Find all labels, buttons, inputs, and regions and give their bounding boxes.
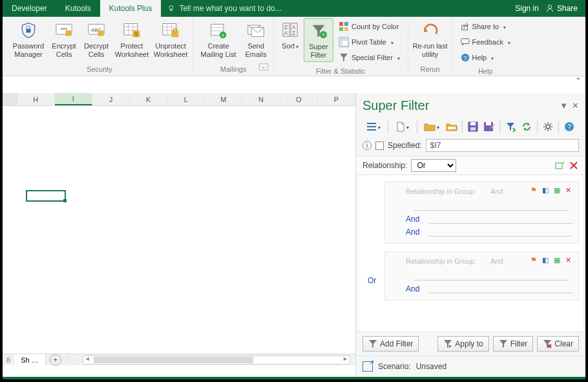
feedback-button[interactable]: Feedback — [458, 35, 513, 49]
relationship-select[interactable]: Or — [411, 159, 456, 172]
scenario-row: Scenario: Unsaved — [356, 355, 585, 377]
decrypt-cells-button[interactable]: ABC Decrypt Cells — [80, 18, 112, 61]
col-h-P[interactable]: P — [318, 93, 355, 105]
tab-developer[interactable]: Developer — [3, 0, 56, 17]
sort-button[interactable]: ZAAZ Sort▾ — [277, 18, 304, 53]
decrypt-icon: ABC — [86, 20, 107, 41]
tab-kutools-plus[interactable]: Kutools Plus — [100, 0, 162, 17]
svg-text:+: + — [221, 32, 224, 39]
send-emails-button[interactable]: Send Emails — [241, 18, 271, 61]
apply-filter-button[interactable] — [503, 120, 518, 134]
ribbon-group-mailings: + Create Mailing List Send Emails Mailin… — [193, 18, 274, 76]
tab-kutools[interactable]: Kutools — [56, 0, 100, 17]
super-filter-button[interactable]: + Super Filter — [304, 18, 333, 62]
help-button[interactable]: ?Help — [458, 50, 513, 65]
new-scenario-button[interactable] — [392, 120, 414, 134]
encrypt-icon: *** — [54, 20, 74, 41]
scenario-icon[interactable] — [362, 361, 373, 372]
pivot-table-button[interactable]: Pivot Table — [336, 35, 403, 49]
help-circle-icon: ? — [564, 122, 574, 132]
encrypt-cells-button[interactable]: *** Encrypt Cells — [48, 18, 80, 61]
horizontal-scrollbar[interactable] — [83, 355, 350, 365]
group-label-filter-statistic: Filter & Statistic — [277, 66, 405, 78]
svg-point-60 — [546, 125, 550, 129]
ribbon-group-help: Share to Feedback ?Help Help — [453, 18, 518, 76]
worksheet[interactable]: H I J K L M N O P 8 Sh … + ⋮ — [3, 93, 355, 365]
col-h-blank[interactable] — [3, 93, 17, 105]
add-sheet-button[interactable]: + — [50, 354, 61, 366]
svg-rect-54 — [448, 127, 456, 129]
folder-open-icon — [424, 122, 436, 131]
pane-dropdown-icon[interactable]: ▼ — [560, 101, 568, 111]
col-h-J[interactable]: J — [92, 93, 130, 105]
share-button[interactable]: Share — [545, 4, 578, 13]
special-filter-button[interactable]: Special Filter — [336, 50, 403, 65]
rerun-button[interactable]: Re-run last utility — [411, 18, 450, 61]
add-group-button[interactable]: + — [554, 160, 565, 171]
scenario-label: Scenario: — [378, 362, 411, 371]
specified-input[interactable] — [426, 139, 579, 152]
save-button[interactable] — [466, 120, 480, 134]
svg-rect-40 — [339, 27, 343, 31]
svg-point-2 — [548, 5, 551, 8]
count-by-color-button[interactable]: Count by Color — [336, 19, 403, 34]
ribbon-collapse-button[interactable]: ⌃ — [575, 76, 582, 85]
save-as-button[interactable] — [482, 120, 496, 134]
share-to-button[interactable]: Share to — [458, 19, 513, 34]
pane-close-button[interactable]: ✕ — [572, 101, 579, 111]
group-add-icon[interactable]: ▦ — [554, 186, 563, 195]
filter-button[interactable]: Filter — [493, 336, 534, 352]
col-h-H[interactable]: H — [17, 93, 55, 105]
col-h-I[interactable]: I — [55, 93, 92, 105]
col-h-L[interactable]: L — [167, 93, 205, 105]
sign-in-link[interactable]: Sign in — [515, 4, 539, 13]
sheet-tab[interactable]: Sh … — [14, 354, 46, 365]
svg-rect-9 — [98, 30, 104, 36]
help-pane-button[interactable]: ? — [562, 120, 576, 134]
group-flag-icon[interactable]: ⚑ — [530, 186, 540, 195]
menu-button[interactable] — [362, 120, 384, 134]
open-scenario-button[interactable] — [421, 120, 443, 134]
funnel-clear-icon — [543, 339, 552, 348]
protect-worksheet-button[interactable]: Protect Worksheet — [112, 18, 151, 61]
funnel-icon — [499, 339, 508, 348]
grid-body[interactable] — [3, 106, 355, 351]
pane-title: Super Filter — [362, 98, 556, 113]
group-copy-icon[interactable]: ◧ — [542, 186, 551, 195]
info-icon[interactable]: i — [362, 141, 372, 150]
group-add-icon[interactable]: ▦ — [554, 256, 563, 265]
group-copy-icon[interactable]: ◧ — [542, 256, 551, 265]
unprotect-worksheet-button[interactable]: Unprotect Worksheet — [151, 18, 190, 61]
apply-to-button[interactable]: Apply to — [437, 336, 488, 352]
svg-text:?: ? — [567, 123, 571, 131]
tell-me-search[interactable]: Tell me what you want to do... — [161, 0, 515, 17]
settings-button[interactable] — [541, 120, 555, 134]
refresh-icon — [521, 122, 532, 132]
svg-rect-57 — [470, 127, 476, 131]
add-filter-button[interactable]: +Add Filter — [362, 336, 419, 352]
group-label-help: Help — [456, 66, 516, 78]
group-flag-icon[interactable]: ⚑ — [530, 256, 540, 265]
password-manager-button[interactable]: Password Manager — [9, 18, 48, 61]
col-h-O[interactable]: O — [280, 93, 318, 105]
ribbon-group-security: Password Manager *** Encrypt Cells ABC D… — [6, 18, 193, 76]
group-delete-icon[interactable]: ✕ — [565, 186, 574, 195]
sort-icon: ZAAZ — [280, 20, 300, 41]
delete-group-button[interactable] — [569, 160, 579, 171]
col-h-M[interactable]: M — [205, 93, 242, 105]
col-h-K[interactable]: K — [130, 93, 167, 105]
specified-label: Specified: — [388, 141, 422, 150]
group-delete-icon[interactable]: ✕ — [565, 256, 574, 265]
clear-button[interactable]: Clear — [537, 336, 579, 352]
svg-rect-38 — [339, 22, 343, 26]
and-label: And — [406, 228, 425, 237]
pane-toolbar: ? — [356, 113, 585, 138]
col-h-N[interactable]: N — [242, 93, 280, 105]
filter-groups-area[interactable]: Relationship in Group: And ⚑ ◧ ▦ ✕ And A… — [359, 175, 583, 332]
selected-cell[interactable] — [26, 190, 66, 202]
create-mailing-list-button[interactable]: + Create Mailing List — [196, 18, 241, 61]
manage-scenarios-button[interactable] — [445, 120, 459, 134]
refresh-button[interactable] — [520, 120, 534, 134]
titlebar: Developer Kutools Kutools Plus Tell me w… — [3, 0, 585, 17]
specified-checkbox[interactable] — [375, 142, 384, 150]
